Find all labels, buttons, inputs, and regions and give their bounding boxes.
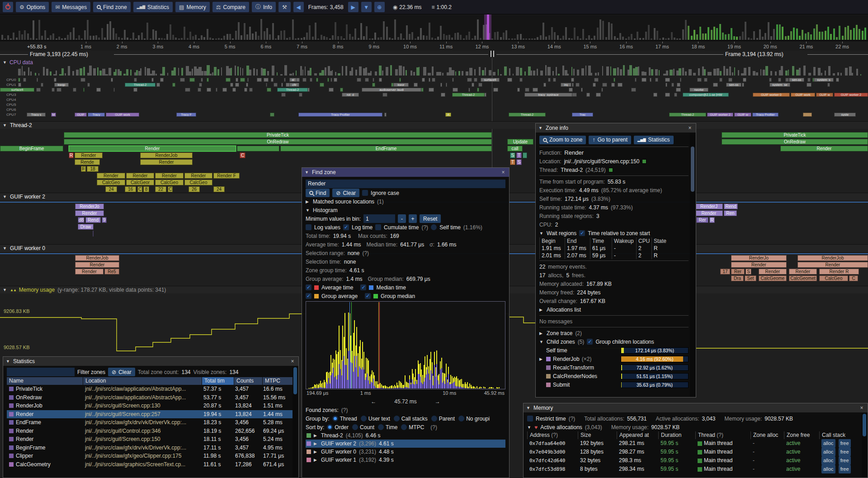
timeline-zone[interactable]: 26 [189,186,200,192]
column-header-call-stack[interactable]: Call stack [819,431,864,439]
free-callstack-button[interactable]: free [839,465,851,473]
next-frame-button[interactable]: ▶ [348,2,359,12]
sort-by-count[interactable]: Count [352,424,374,431]
stats-table-row[interactable]: Renderjni/../jni/src/guif/Screen.cpp:257… [7,410,295,419]
timeline-zone[interactable]: R [709,217,715,223]
column-header-mtpc[interactable]: MTPC [263,377,295,385]
timeline-zone[interactable]: BeginFrame [0,146,63,151]
column-header-duration[interactable]: Duration [658,431,695,439]
zoom-to-zone-button[interactable]: Zoom to zone [539,136,586,144]
timeline-zone[interactable]: T [516,152,522,158]
child-zone-row[interactable]: Submit35.63 μs (0.79%) [539,380,689,389]
stats-table-row[interactable]: Renderjni/../jni/src/guif/Control.cpp:34… [7,427,295,435]
statistics-button[interactable]: ▂▅▇Statistics [133,2,173,12]
collapse-arrow-icon[interactable]: ▶ [539,357,544,361]
timeline-zone[interactable]: RenderJo [75,204,104,209]
timeline-zone[interactable]: Render [780,146,868,151]
found-zone-group[interactable]: ▶GUIF worker 1(3,192)4.39 s [306,456,505,464]
timeline-zone[interactable]: 24 [213,186,225,192]
prev-frame-button[interactable]: ◀ [293,2,304,12]
timeline-zone[interactable]: Render [155,173,184,179]
options-button[interactable]: ⚙Options [16,2,49,12]
timeline-zone[interactable]: CalcGeo [97,180,125,185]
timeline-zone[interactable]: Rende [75,159,100,165]
timeline-zone[interactable]: Render [789,269,817,274]
legend-checkbox[interactable]: ✓ [306,293,311,299]
timeline-zone[interactable]: S [510,152,515,158]
timeline-zone[interactable]: PrivateTick [722,132,868,138]
timeline-zone[interactable]: Render [69,146,236,151]
alloc-callstack-button[interactable]: alloc [821,439,835,448]
column-header-location[interactable]: Location [83,377,202,385]
go-to-parent-button[interactable]: ↑Go to parent [589,136,631,144]
timeline-zone[interactable]: T [510,159,515,165]
timeline-zone[interactable]: R [69,152,74,158]
timeline-zone[interactable]: Render [75,210,104,216]
legend-checkbox[interactable]: ✓ [360,284,366,290]
sort-by-time[interactable]: Time [378,424,397,431]
alloc-callstack-button[interactable]: alloc [821,448,835,456]
log-values-checkbox[interactable] [306,224,311,230]
clear-filter-button[interactable]: ⊘ Clear [108,368,135,376]
statistics-button[interactable]: ▂▅▇Statistics [634,136,673,144]
alloc-callstack-button[interactable]: alloc [821,465,835,473]
timeline-zone[interactable] [523,152,527,158]
timeline-zone[interactable]: Rend [724,204,738,209]
timeline-zone[interactable]: RenderJob [75,255,119,261]
stats-table-row[interactable]: BeginFramejni/../jni/src/claw/gfx/drv/vk… [7,444,295,452]
matched-source-locations[interactable]: ▶ Matched source locations (1) [306,197,505,206]
timeline-zone[interactable]: Update [507,139,533,145]
wait-column-wakeup[interactable]: Wakeup [612,237,636,245]
timeline-zone[interactable]: CalcGeo [184,180,212,185]
timeline-zone[interactable] [237,146,279,151]
timeline-zone[interactable]: Draw [78,224,94,230]
timeline-zone[interactable]: call [507,146,523,151]
group-children-checkbox[interactable]: ✓ [587,339,593,345]
stats-table-row[interactable]: EndFramejni/../jni/src/claw/gfx/drv/vk/D… [7,418,295,427]
compare-button[interactable]: ⚖Compare [212,2,249,12]
timeline-zone[interactable]: C [137,186,142,192]
child-zone-row[interactable]: ▶RenderJob(×2)4.16 ms (92.60%) [539,355,689,363]
timeline-zone[interactable]: Re5 [104,269,119,274]
timeline-zone[interactable]: Render [695,210,723,216]
timeline-zone[interactable]: 8 [143,186,149,192]
timeline-zone[interactable]: Render [184,173,212,179]
timeline-zone[interactable]: Rer [731,269,745,274]
zone-info-titlebar[interactable]: ▼ Zone info × [536,123,696,133]
allocation-row[interactable]: 0x7e049b3d00128 bytes298.27 ms59.95 sMai… [527,448,864,456]
timeline-zone[interactable]: CalcGeomet [789,275,817,281]
histogram-plot[interactable] [306,301,505,389]
histogram-pan[interactable]: ← 45.72 ms → [306,397,505,406]
alloc-callstack-button[interactable]: alloc [821,456,835,465]
timeline-zone[interactable]: S [516,159,522,165]
timeline-zone[interactable]: 16 [125,186,136,192]
group-by-thread[interactable]: Thread [332,416,357,422]
memory-button[interactable]: ▤Memory [175,2,210,12]
close-icon[interactable]: × [687,125,693,131]
wait-column-state[interactable]: State [651,237,669,245]
group-by-call-stacks[interactable]: Call stacks [394,416,428,422]
timeline-zone[interactable]: RenderJob [140,152,193,158]
timeline-zone[interactable]: 17 [720,269,730,274]
timeline-zone[interactable]: Render [797,262,868,268]
timeline-zone[interactable]: RenderJo [731,255,787,261]
timeline-zone[interactable]: Render R [819,269,859,274]
info-button[interactable]: ⓘInfo [252,2,276,12]
column-header-name[interactable]: Name [7,377,83,385]
free-callstack-button[interactable]: free [839,448,851,456]
stats-table-row[interactable]: OnRedrawjni/../jni/src/claw/application/… [7,393,295,402]
timeline-zone[interactable]: Rend [85,217,101,223]
column-header-appeared-at[interactable]: Appeared at [617,431,658,439]
timeline-zone[interactable]: CalcGeo [819,275,848,281]
group-by-user-text[interactable]: User text [361,416,390,422]
self-time-radio[interactable] [431,224,437,230]
power-button[interactable] [3,2,13,12]
timeline-zone[interactable]: OnRedraw [722,139,868,145]
stats-table-row[interactable]: PrivateTickjni/../jni/src/claw/applicati… [7,385,295,393]
allocation-row[interactable]: 0x7dfaa64e00192 bytes298.21 ms59.95 sMai… [527,439,864,448]
stats-table-row[interactable]: RenderJobjni/../jni/src/guif/Screen.cpp:… [7,402,295,410]
child-zones-section[interactable]: ▼ Child zones (5) ✓ Group children locat… [539,337,689,346]
find-zone-titlebar[interactable]: ▼ Find zone × [302,168,509,177]
found-zone-group[interactable]: ▶GUIF worker 0(3,231)4.48 s [306,448,505,456]
child-zone-row[interactable]: CalcRenderNodes51.51 μs (1.15%) [539,372,689,380]
